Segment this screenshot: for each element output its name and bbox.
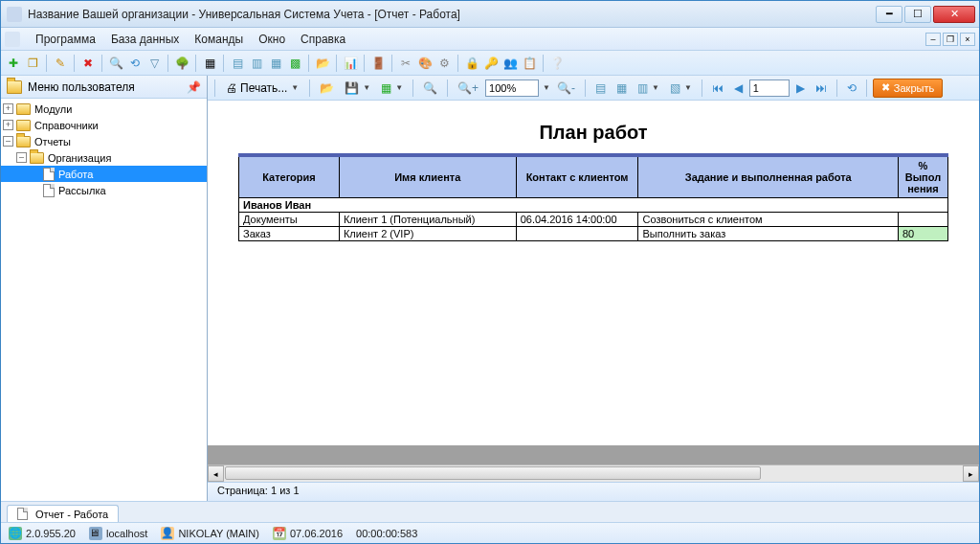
- scroll-left-button[interactable]: ◂: [208, 465, 224, 482]
- scroll-right-button[interactable]: ▸: [963, 465, 979, 482]
- menubar: Программа База данных Команды Окно Справ…: [1, 28, 979, 51]
- main-toolbar: ✚ ❐ ✎ ✖ 🔍 ⟲ ▽ 🌳 ▦ ▤ ▥ ▦ ▩ 📂 📊 🚪 ✂ 🎨 ⚙ 🔒 …: [1, 51, 979, 76]
- refresh-icon[interactable]: ⟲: [126, 55, 144, 72]
- titlebar[interactable]: Название Вашей организации - Универсальн…: [1, 1, 979, 28]
- zoom-out-button[interactable]: 🔍-: [553, 79, 579, 98]
- horizontal-scrollbar[interactable]: ◂ ▸: [208, 465, 979, 482]
- folder-icon: [7, 80, 22, 94]
- close-icon: ✖: [881, 81, 890, 94]
- expander-icon[interactable]: +: [3, 120, 13, 130]
- report-page: План работ Категория Имя клиента Контакт…: [208, 101, 979, 445]
- col-task: Задание и выполненная работа: [638, 155, 899, 198]
- group-name: Иванов Иван: [239, 198, 948, 213]
- gear-icon[interactable]: ⚙: [435, 55, 453, 72]
- delete-icon[interactable]: ✖: [79, 55, 97, 72]
- expander-icon[interactable]: –: [16, 152, 27, 163]
- layout3-button[interactable]: ▥▼: [634, 79, 663, 98]
- expander-icon[interactable]: +: [3, 103, 13, 114]
- close-button[interactable]: ✕: [933, 6, 975, 23]
- document-tabs: Отчет - Работа: [1, 501, 979, 522]
- copy-icon[interactable]: ❐: [24, 55, 41, 72]
- page-input[interactable]: [749, 79, 790, 97]
- search-icon[interactable]: 🔍: [107, 55, 124, 72]
- tree-reports[interactable]: – Отчеты: [1, 133, 207, 149]
- status-date: 📅 07.06.2016: [273, 527, 343, 540]
- tree-icon[interactable]: 🌳: [173, 55, 190, 72]
- user-icon: 👤: [161, 527, 174, 540]
- filter-icon[interactable]: ▽: [145, 55, 163, 72]
- import-icon[interactable]: 📂: [314, 55, 331, 72]
- key-icon[interactable]: 🔑: [482, 55, 500, 72]
- grid-icon[interactable]: ▦: [201, 55, 218, 72]
- menu-database[interactable]: База данных: [103, 31, 187, 48]
- tab-report-work[interactable]: Отчет - Работа: [7, 505, 119, 522]
- layout1-button[interactable]: ▤: [591, 79, 610, 98]
- page-status: Страница: 1 из 1: [208, 482, 979, 501]
- tools-icon[interactable]: ✂: [397, 55, 414, 72]
- export-button[interactable]: ▦▼: [377, 79, 407, 98]
- mdi-restore-button[interactable]: ❐: [943, 33, 958, 46]
- tree-mailing[interactable]: Рассылка: [1, 182, 207, 198]
- report-toolbar: 🖨 Печать... ▼ 📂 💾▼ ▦▼ 🔍 🔍+ ▼ 🔍- ▤ ▦ ▥▼: [208, 76, 979, 101]
- tree-organization[interactable]: – Организация: [1, 149, 207, 166]
- lock-icon[interactable]: 🔒: [463, 55, 480, 72]
- zoom-dropdown-icon[interactable]: ▼: [543, 83, 550, 92]
- next-page-button[interactable]: ▶: [792, 79, 809, 98]
- find-button[interactable]: 🔍: [419, 79, 441, 98]
- status-host: 🖥 localhost: [89, 527, 147, 540]
- zoom-input[interactable]: [485, 79, 539, 97]
- export-excel-icon[interactable]: ▩: [286, 55, 303, 72]
- tree-references[interactable]: + Справочники: [1, 117, 207, 133]
- last-page-button[interactable]: ⏭: [812, 79, 831, 98]
- layout4-button[interactable]: ▧▼: [666, 79, 696, 98]
- statusbar: 🌐 2.0.955.20 🖥 localhost 👤 NIKOLAY (MAIN…: [1, 522, 979, 543]
- app-window: Название Вашей организации - Универсальн…: [0, 0, 980, 544]
- menu-commands[interactable]: Команды: [187, 31, 251, 48]
- sidebar-title: Меню пользователя: [28, 80, 135, 94]
- printer-icon: 🖨: [226, 81, 237, 95]
- maximize-button[interactable]: ☐: [904, 6, 931, 23]
- pin-icon[interactable]: 📌: [187, 80, 201, 94]
- minimize-button[interactable]: ━: [876, 6, 902, 23]
- users-icon[interactable]: 👥: [501, 55, 519, 72]
- tree: + Модули + Справочники – Отчеты –: [1, 99, 207, 501]
- expander-icon[interactable]: –: [3, 136, 13, 147]
- menu-window[interactable]: Окно: [251, 31, 293, 48]
- open-button[interactable]: 📂: [316, 79, 338, 98]
- col-pct: % Выпол нения: [898, 155, 947, 198]
- mdi-close-button[interactable]: ×: [960, 33, 975, 46]
- report-viewport[interactable]: План работ Категория Имя клиента Контакт…: [208, 101, 979, 465]
- col-client: Имя клиента: [339, 155, 516, 198]
- mdi-buttons: – ❐ ×: [925, 33, 975, 46]
- exit-icon[interactable]: 🚪: [369, 55, 387, 72]
- tree-work[interactable]: Работа: [1, 166, 207, 182]
- close-report-button[interactable]: ✖ Закрыть: [873, 79, 943, 98]
- export3-icon[interactable]: ▦: [267, 55, 284, 72]
- tree-modules[interactable]: + Модули: [1, 101, 207, 117]
- scroll-thumb[interactable]: [225, 466, 761, 480]
- log-icon[interactable]: 📋: [521, 55, 538, 72]
- mdi-minimize-button[interactable]: –: [925, 33, 941, 46]
- palette-icon[interactable]: 🎨: [416, 55, 434, 72]
- export2-icon[interactable]: ▥: [248, 55, 265, 72]
- print-button[interactable]: 🖨 Печать... ▼: [221, 79, 303, 98]
- edit-icon[interactable]: ✎: [52, 55, 69, 72]
- menu-help[interactable]: Справка: [293, 31, 353, 48]
- add-icon[interactable]: ✚: [5, 55, 22, 72]
- window-title: Название Вашей организации - Универсальн…: [28, 8, 876, 21]
- layout2-button[interactable]: ▦: [612, 79, 631, 98]
- status-user: 👤 NIKOLAY (MAIN): [161, 527, 259, 540]
- chart-icon[interactable]: 📊: [342, 55, 359, 72]
- status-version: 🌐 2.0.955.20: [9, 527, 76, 540]
- prev-page-button[interactable]: ◀: [730, 79, 746, 98]
- export1-icon[interactable]: ▤: [229, 55, 246, 72]
- help-icon[interactable]: ❔: [548, 55, 566, 72]
- col-contact: Контакт с клиентом: [516, 155, 638, 198]
- document-icon: [17, 508, 28, 520]
- zoom-in-button[interactable]: 🔍+: [454, 79, 482, 98]
- first-page-button[interactable]: ⏮: [708, 79, 727, 98]
- refresh-report-button[interactable]: ⟲: [843, 79, 860, 98]
- save-button[interactable]: 💾▼: [341, 79, 374, 98]
- menu-program[interactable]: Программа: [28, 31, 103, 48]
- dropdown-icon: ▼: [291, 83, 299, 92]
